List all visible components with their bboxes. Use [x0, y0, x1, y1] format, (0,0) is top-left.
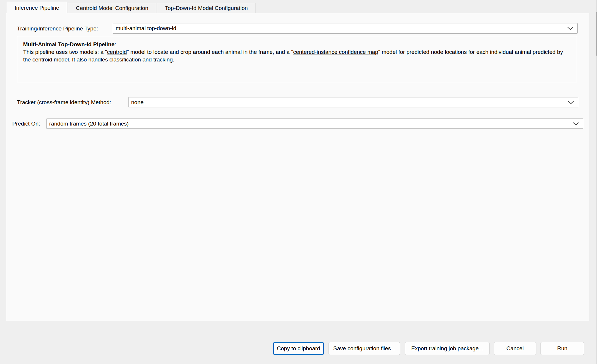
pipeline-description-box: Multi-Animal Top-Down-Id Pipeline: This …	[17, 36, 577, 82]
copy-to-clipboard-button[interactable]: Copy to clipboard	[273, 342, 324, 355]
predict-on-value: random frames (20 total frames)	[49, 121, 129, 127]
predict-on-dropdown[interactable]: random frames (20 total frames)	[46, 119, 583, 129]
description-title-colon: :	[114, 41, 116, 47]
pipeline-type-value: multi-animal top-down-id	[116, 25, 176, 32]
tab-top-down-id-model-configuration-label: Top-Down-Id Model Configuration	[165, 5, 248, 11]
tab-centroid-model-configuration[interactable]: Centroid Model Configuration	[68, 3, 156, 13]
predict-on-label: Predict On:	[12, 121, 40, 127]
tab-centroid-model-configuration-label: Centroid Model Configuration	[76, 5, 148, 11]
description-text-2: " model to locate and crop around each a…	[127, 49, 293, 55]
centered-instance-confidence-map-link[interactable]: centered-instance confidence map	[293, 49, 378, 55]
export-training-job-package-button[interactable]: Export training job package...	[405, 342, 490, 355]
tab-inference-pipeline[interactable]: Inference Pipeline	[7, 2, 67, 13]
chevron-down-icon	[568, 101, 574, 104]
save-configuration-files-button[interactable]: Save configuration files...	[329, 342, 400, 355]
pipeline-type-dropdown[interactable]: multi-animal top-down-id	[113, 23, 578, 34]
tracker-method-value: none	[131, 99, 143, 106]
pipeline-type-label: Training/Inference Pipeline Type:	[17, 25, 98, 32]
chevron-down-icon	[567, 27, 574, 30]
tab-inference-pipeline-label: Inference Pipeline	[15, 5, 59, 11]
tracker-method-label: Tracker (cross-frame identity) Method:	[17, 99, 111, 106]
centroid-link[interactable]: centroid	[107, 49, 127, 55]
description-text-1: This pipeline uses two models: a "	[23, 49, 107, 55]
description-title-line: Multi-Animal Top-Down-Id Pipeline:	[23, 41, 569, 48]
inference-dialog-window: Inference Pipeline Centroid Model Config…	[0, 0, 597, 364]
tracker-method-dropdown[interactable]: none	[128, 97, 578, 107]
chevron-down-icon	[573, 122, 579, 126]
description-body: This pipeline uses two models: a "centro…	[23, 48, 569, 63]
description-title: Multi-Animal Top-Down-Id Pipeline	[23, 41, 114, 47]
cancel-button[interactable]: Cancel	[494, 342, 536, 355]
run-button[interactable]: Run	[540, 342, 584, 355]
tab-top-down-id-model-configuration[interactable]: Top-Down-Id Model Configuration	[157, 3, 256, 13]
tab-bar: Inference Pipeline Centroid Model Config…	[7, 2, 256, 13]
